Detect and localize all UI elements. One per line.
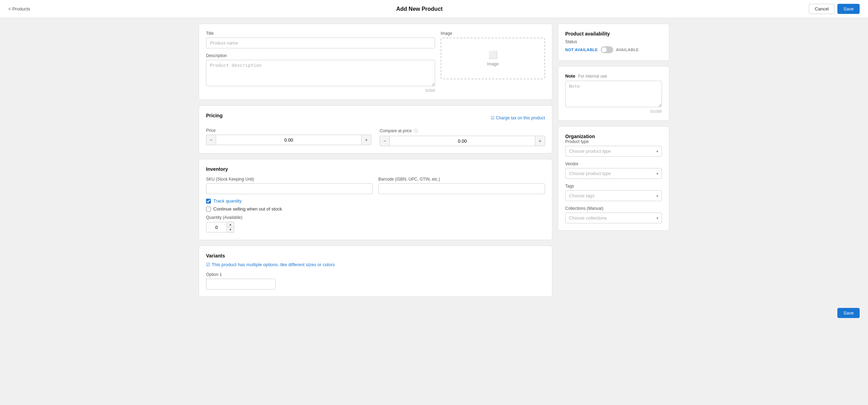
- main-column: Title Description 0/300 Image ⬜ Image: [199, 24, 552, 297]
- pricing-title: Pricing: [206, 113, 222, 118]
- inventory-title: Inventory: [206, 166, 228, 172]
- title-label: Title: [206, 31, 435, 36]
- barcode-input[interactable]: [378, 183, 545, 194]
- continue-selling-label[interactable]: Continue selling when out of stock: [213, 206, 282, 212]
- option1-input[interactable]: [206, 279, 276, 289]
- organization-title: Organization: [565, 134, 595, 139]
- image-dropzone[interactable]: ⬜ Image: [441, 38, 545, 79]
- collections-select[interactable]: Choose collections: [565, 213, 662, 223]
- price-increment-button[interactable]: +: [362, 135, 371, 145]
- price-label: Price: [206, 128, 371, 133]
- image-section: Image ⬜ Image: [441, 31, 545, 93]
- compare-decrement-button[interactable]: −: [380, 136, 389, 146]
- availability-title: Product availability: [565, 31, 610, 37]
- description-char-count: 0/300: [206, 88, 435, 93]
- vendor-label: Vendor: [565, 161, 662, 166]
- nav-actions: Cancel Save: [809, 4, 860, 14]
- sku-barcode-row: SKU (Stock Keeping Unit) Barcode (ISBN, …: [206, 177, 545, 194]
- barcode-form-group: Barcode (ISBN, UPC, GTIN, etc.): [378, 177, 545, 194]
- tags-label: Tags: [565, 184, 662, 189]
- product-type-select[interactable]: Choose product type: [565, 146, 662, 157]
- price-decrement-button[interactable]: −: [206, 135, 216, 145]
- page-title: Add New Product: [396, 6, 443, 12]
- checkbox-variants-icon: ☑: [206, 262, 210, 267]
- quantity-label: Quantity (Available): [206, 215, 545, 220]
- quantity-input[interactable]: [206, 222, 227, 232]
- title-image-row: Title Description 0/300 Image ⬜ Image: [206, 31, 545, 93]
- note-hint: For internal use: [578, 74, 607, 79]
- vendor-wrapper: Choose product type ▾: [565, 168, 662, 179]
- title-form-group: Title: [206, 31, 435, 48]
- available-label: AVAILABLE: [616, 48, 639, 52]
- sku-form-group: SKU (Stock Keeping Unit): [206, 177, 373, 194]
- compare-help-icon: ⓘ: [414, 128, 418, 133]
- toggle-slider: [601, 46, 613, 53]
- tags-select[interactable]: Choose tags: [565, 190, 662, 201]
- quantity-increment-button[interactable]: ▲: [227, 222, 234, 227]
- track-quantity-checkbox[interactable]: [206, 199, 211, 204]
- quantity-decrement-button[interactable]: ▼: [227, 227, 234, 232]
- checkbox-icon: ☑: [491, 116, 495, 120]
- title-input[interactable]: [206, 38, 435, 48]
- page-content: Title Description 0/300 Image ⬜ Image: [190, 18, 678, 302]
- status-label: Status: [565, 39, 662, 44]
- bottom-save-area: Save: [0, 302, 868, 324]
- quantity-spinners: ▲ ▼: [227, 222, 234, 233]
- option1-label: Option 1: [206, 272, 545, 277]
- track-quantity-label[interactable]: Track quantity: [213, 198, 242, 204]
- collections-wrapper: Choose collections ▾: [565, 213, 662, 223]
- track-quantity-row: Track quantity: [206, 198, 545, 204]
- variants-card: Variants ☑ This product has multiple opt…: [199, 246, 552, 297]
- description-form-group: Description 0/300: [206, 53, 435, 93]
- availability-toggle[interactable]: [601, 46, 613, 53]
- charge-tax-link[interactable]: ☑ Charge tax on this product: [491, 116, 545, 120]
- note-char-count: 0/1000: [565, 109, 662, 113]
- vendor-group: Vendor Choose product type ▾: [565, 161, 662, 179]
- compare-price-group: Compare at price ⓘ − +: [380, 128, 545, 146]
- sku-label: SKU (Stock Keeping Unit): [206, 177, 373, 182]
- compare-increment-button[interactable]: +: [535, 136, 545, 146]
- variants-title: Variants: [206, 253, 225, 259]
- sku-input[interactable]: [206, 183, 373, 194]
- top-nav: < Products Add New Product Cancel Save: [0, 0, 868, 18]
- collections-label: Collections (Manual): [565, 206, 662, 211]
- note-card: Note For internal use 0/1000: [558, 66, 669, 121]
- vendor-select[interactable]: Choose product type: [565, 168, 662, 179]
- price-input[interactable]: [216, 135, 362, 145]
- compare-input-row: − +: [380, 136, 545, 146]
- back-link[interactable]: < Products: [8, 6, 30, 11]
- save-button-bottom[interactable]: Save: [837, 308, 860, 318]
- product-availability-card: Product availability Status NOT AVAILABL…: [558, 24, 669, 61]
- save-button-top[interactable]: Save: [837, 4, 860, 14]
- charge-tax-label: Charge tax on this product: [496, 116, 545, 120]
- inventory-card: Inventory SKU (Stock Keeping Unit) Barco…: [199, 159, 552, 240]
- description-label: Description: [206, 53, 435, 58]
- compare-price-input[interactable]: [389, 136, 535, 146]
- multiple-options-link[interactable]: ☑ This product has multiple options, lik…: [206, 262, 545, 267]
- product-type-group: Product type Choose product type ▾: [565, 139, 662, 157]
- quantity-input-row: ▲ ▼: [206, 222, 237, 233]
- continue-selling-row: Continue selling when out of stock: [206, 206, 545, 212]
- collections-group: Collections (Manual) Choose collections …: [565, 206, 662, 223]
- quantity-row: Quantity (Available) ▲ ▼: [206, 215, 545, 233]
- note-label-row: Note For internal use: [565, 73, 662, 79]
- image-label: Image: [441, 31, 545, 36]
- title-section: Title Description 0/300: [206, 31, 435, 93]
- side-column: Product availability Status NOT AVAILABL…: [558, 24, 669, 297]
- title-image-card: Title Description 0/300 Image ⬜ Image: [199, 24, 552, 100]
- image-upload-icon: ⬜: [488, 50, 498, 59]
- organization-card: Organization Product type Choose product…: [558, 126, 669, 231]
- note-label: Note: [565, 73, 575, 79]
- status-row: NOT AVAILABLE AVAILABLE: [565, 46, 662, 53]
- note-input[interactable]: [565, 81, 662, 107]
- pricing-card: Pricing ☑ Charge tax on this product Pri…: [199, 105, 552, 153]
- option1-form-group: Option 1: [206, 272, 545, 289]
- description-input[interactable]: [206, 60, 435, 86]
- continue-selling-checkbox[interactable]: [206, 207, 211, 212]
- product-type-wrapper: Choose product type ▾: [565, 146, 662, 157]
- tags-group: Tags Choose tags ▾: [565, 184, 662, 201]
- barcode-label: Barcode (ISBN, UPC, GTIN, etc.): [378, 177, 545, 182]
- tags-wrapper: Choose tags ▾: [565, 190, 662, 201]
- price-group: Price − +: [206, 128, 371, 146]
- cancel-button[interactable]: Cancel: [809, 4, 835, 14]
